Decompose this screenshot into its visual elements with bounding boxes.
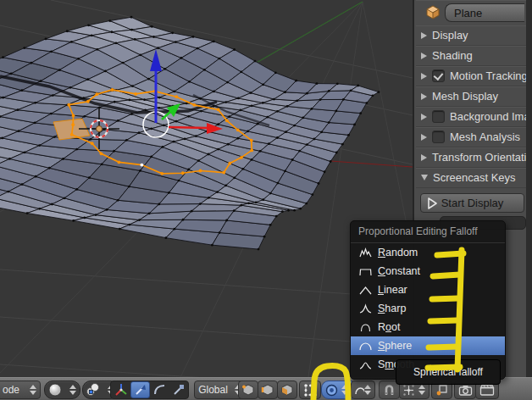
tooltip: Spherical falloff xyxy=(396,359,501,385)
panel-header-background-images[interactable]: Background Imag xyxy=(416,107,526,127)
face-select-button[interactable] xyxy=(277,381,297,399)
menu-item-sharp[interactable]: Sharp xyxy=(351,299,505,318)
scale-manipulator-button[interactable] xyxy=(169,382,187,397)
falloff-dropdown[interactable] xyxy=(351,381,375,399)
face-select-icon xyxy=(280,383,294,397)
menu-item-sphere[interactable]: Sphere xyxy=(351,336,505,355)
root-falloff-icon xyxy=(359,322,372,333)
dropdown-arrows-icon xyxy=(418,385,425,395)
axes-icon xyxy=(114,383,128,397)
mesh-data-icon xyxy=(425,5,441,20)
sphere-falloff-icon xyxy=(354,385,364,396)
scale-arrow-icon xyxy=(172,383,186,397)
panel-label: Display xyxy=(432,29,468,42)
occlude-icon xyxy=(303,383,318,397)
orientation-dropdown[interactable]: Global xyxy=(194,381,244,399)
object-name-input[interactable]: Plane xyxy=(445,3,524,22)
dropdown-arrows-icon xyxy=(30,385,36,395)
rotate-arc-icon xyxy=(153,383,167,397)
menu-item-root[interactable]: Root xyxy=(351,318,505,336)
edge-select-icon xyxy=(261,383,274,397)
chevron-right-icon xyxy=(421,134,427,141)
panel-header-transform-orientation[interactable]: Transform Orientation xyxy=(416,147,526,168)
chevron-right-icon xyxy=(421,32,427,39)
dropdown-arrows-icon xyxy=(364,385,371,395)
clapperboard-icon xyxy=(479,384,495,397)
start-display-button[interactable]: Start Display xyxy=(420,193,524,213)
dropdown-arrows-icon xyxy=(69,385,76,395)
translate-manipulator-button[interactable] xyxy=(130,381,150,398)
proportional-editing-toggle[interactable] xyxy=(321,381,352,399)
constant-falloff-icon xyxy=(359,266,372,277)
viewport-shading-dropdown[interactable] xyxy=(44,381,80,399)
panel-header-motion-tracking[interactable]: Motion Tracking xyxy=(416,66,526,86)
shading-sphere-icon xyxy=(48,383,62,397)
menu-title: Proportional Editing Falloff xyxy=(351,221,505,243)
play-icon xyxy=(425,197,439,210)
chevron-right-icon xyxy=(421,114,427,120)
snap-target-icon xyxy=(435,384,448,397)
chevron-down-icon xyxy=(421,175,428,181)
proportional-editing-icon xyxy=(325,384,338,397)
blender-window: { "sidebar": { "object_name_field": { "v… xyxy=(0,0,532,400)
random-falloff-icon xyxy=(359,247,372,258)
menu-item-constant[interactable]: Constant xyxy=(351,262,505,281)
dropdown-arrows-icon xyxy=(341,385,348,395)
panel-label: Mesh Display xyxy=(432,90,498,103)
mode-dropdown[interactable]: ode xyxy=(0,381,41,399)
chevron-right-icon xyxy=(421,53,427,59)
panel-header-mesh-analysis[interactable]: Mesh Analysis xyxy=(416,127,526,147)
occlude-geometry-button[interactable] xyxy=(299,381,321,399)
manipulator-widget-group xyxy=(110,381,189,399)
translate-arrow-icon xyxy=(134,383,147,397)
panel-label: Shading xyxy=(432,49,473,62)
vertex-select-button[interactable] xyxy=(238,381,258,399)
checkbox-checked[interactable] xyxy=(432,69,445,82)
mode-label: ode xyxy=(3,384,19,396)
smooth-falloff-icon xyxy=(359,359,372,370)
rotate-manipulator-button[interactable] xyxy=(151,382,169,397)
object-name-row: Plane xyxy=(416,0,526,26)
menu-item-linear[interactable]: Linear xyxy=(351,281,505,299)
button-label: Start Display xyxy=(441,197,504,209)
pivot-icon xyxy=(86,383,100,397)
panel-header-screencast-keys[interactable]: Screencast Keys xyxy=(416,168,526,188)
magnet-icon xyxy=(383,384,396,397)
sphere-falloff-icon xyxy=(359,341,372,352)
sidebar-edge xyxy=(526,0,532,377)
panel-label: Transform Orientation xyxy=(432,151,526,164)
panel-label: Background Imag xyxy=(450,110,526,123)
sharp-falloff-icon xyxy=(359,303,372,314)
chevron-right-icon xyxy=(421,73,427,80)
panel-label: Screencast Keys xyxy=(433,171,516,184)
camera-icon xyxy=(458,384,473,397)
menu-item-random[interactable]: Random xyxy=(351,243,505,262)
proportional-falloff-menu: Proportional Editing Falloff Random Cons… xyxy=(350,220,506,380)
panel-header-shading[interactable]: Shading xyxy=(416,46,526,66)
linear-falloff-icon xyxy=(359,285,372,296)
panel-header-display[interactable]: Display xyxy=(416,25,526,46)
manipulator-axes-button[interactable] xyxy=(112,382,130,397)
edge-select-button[interactable] xyxy=(258,381,278,399)
panel-label: Motion Tracking xyxy=(450,69,526,82)
checkbox-unchecked[interactable] xyxy=(432,131,445,143)
tooltip-text: Spherical falloff xyxy=(413,366,483,378)
checkbox-unchecked[interactable] xyxy=(432,110,445,123)
chevron-right-icon xyxy=(421,154,427,161)
vertex-select-icon xyxy=(241,383,255,397)
panel-label: Mesh Analysis xyxy=(450,131,520,143)
orientation-label: Global xyxy=(198,384,228,396)
panel-header-mesh-display[interactable]: Mesh Display xyxy=(416,86,526,107)
increment-snap-icon xyxy=(402,384,415,397)
chevron-right-icon xyxy=(421,93,427,100)
